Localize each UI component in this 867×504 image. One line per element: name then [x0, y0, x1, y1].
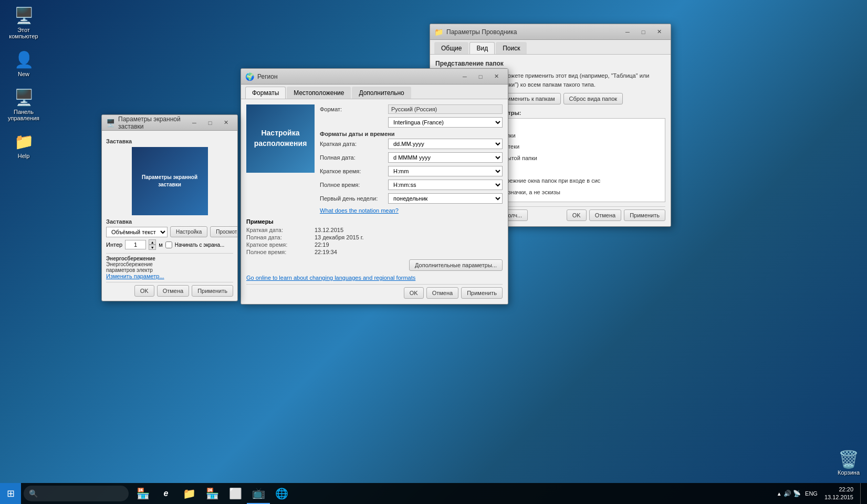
- taskbar-clock[interactable]: 22:20 13.12.2015: [820, 486, 858, 502]
- taskbar-edge-app[interactable]: e: [154, 483, 177, 504]
- reset-folders-button[interactable]: Сброс вида папок: [563, 93, 623, 104]
- ss-apply-button[interactable]: Применить: [192, 285, 233, 297]
- taskbar-taskview-app[interactable]: ⬜: [224, 483, 247, 504]
- new-icon: 👤: [13, 49, 34, 70]
- ss-spinner-down[interactable]: ▼: [149, 245, 156, 250]
- minimize-button[interactable]: ─: [620, 27, 635, 37]
- lang-indicator[interactable]: ENG: [805, 490, 818, 497]
- show-desktop-button[interactable]: [860, 483, 864, 504]
- additional-params-button[interactable]: Дополнительные параметры...: [409, 259, 503, 271]
- region-format-section: Формат: Русский (Россия) Interlingua (Fr…: [320, 104, 503, 214]
- region-maximize[interactable]: □: [473, 71, 488, 82]
- desktop-icon-new[interactable]: 👤 New: [3, 47, 45, 79]
- region-titlebar[interactable]: 🌍 Регион ─ □ ✕: [241, 69, 508, 85]
- close-button[interactable]: ✕: [652, 27, 666, 37]
- taskbar-store-app[interactable]: 🏪: [131, 483, 154, 504]
- start-button[interactable]: ⊞: [0, 483, 21, 504]
- format-select[interactable]: Interlingua (France): [388, 117, 503, 128]
- taskbar-active-app[interactable]: 📺: [247, 483, 270, 504]
- ss-interval-input[interactable]: [125, 240, 146, 249]
- online-link[interactable]: Go online to learn about changing langua…: [246, 275, 415, 281]
- format-row: Формат: Русский (Россия): [320, 104, 503, 114]
- region-dialog-window: 🌍 Регион ─ □ ✕ Форматы Местоположение До…: [241, 68, 508, 304]
- recycle-bin-label: Корзина: [838, 469, 860, 476]
- clock-date: 13.12.2015: [824, 494, 853, 501]
- region-window-controls: ─ □ ✕: [457, 71, 504, 82]
- region-minimize[interactable]: ─: [457, 71, 472, 82]
- screensaver-title: Параметры экранной заставки: [118, 116, 187, 130]
- ss-energy-link[interactable]: Изменить параметр...: [106, 273, 164, 279]
- help-icon: 📁: [13, 131, 34, 152]
- explorer-ok-button[interactable]: OK: [567, 209, 587, 221]
- desktop-icon-computer[interactable]: 🖥️ Этот компьютер: [3, 3, 45, 41]
- ss-settings-btn[interactable]: Настройка: [170, 226, 207, 237]
- tab-view[interactable]: Вид: [469, 42, 495, 54]
- screensaver-titlebar[interactable]: 🖥️ Параметры экранной заставки ─ □ ✕: [102, 115, 237, 131]
- region-additional-btn-row: Дополнительные параметры...: [246, 259, 503, 271]
- control-panel-label: Панельуправления: [8, 109, 39, 121]
- ss-spinner-up[interactable]: ▲: [149, 239, 156, 245]
- taskbar-store2-app[interactable]: 🏪: [201, 483, 224, 504]
- maximize-button[interactable]: □: [636, 27, 651, 37]
- ss-on-resume-checkbox[interactable]: [165, 242, 172, 248]
- recycle-bin[interactable]: 🗑️ Корзина: [835, 447, 862, 478]
- ss-energy-text1: Энергосбережение: [106, 261, 233, 267]
- format-dropdown-row: Interlingua (France): [320, 117, 503, 128]
- ss-preview-btn[interactable]: Просмотр: [210, 226, 238, 237]
- ss-ok-button[interactable]: OK: [134, 285, 154, 297]
- ss-cancel-button[interactable]: Отмена: [157, 285, 189, 297]
- region-tab-formats[interactable]: Форматы: [245, 87, 286, 99]
- region-title: Регион: [257, 73, 457, 80]
- explorer-apply-button[interactable]: Применить: [624, 209, 665, 221]
- tab-general[interactable]: Общие: [434, 42, 468, 54]
- tray-up-arrow[interactable]: ▲: [777, 491, 782, 497]
- notation-link[interactable]: What does the notation mean?: [320, 207, 399, 214]
- short-time-select[interactable]: H:mm: [388, 166, 503, 176]
- desktop-icon-control-panel[interactable]: 🖥️ Панельуправления: [3, 85, 45, 123]
- ss-energy-section: Энергосбережение Энергосбережение параме…: [106, 253, 233, 279]
- ss-section-label: Заставка: [106, 138, 233, 144]
- explorer-cancel-button[interactable]: Отмена: [589, 209, 621, 221]
- long-date-row: Полная дата: d MMMM yyyy: [320, 152, 503, 163]
- screensaver-body: Заставка Параметры экранной заставки Зас…: [102, 131, 237, 301]
- ss-maximize[interactable]: □: [203, 118, 217, 128]
- taskbar: ⊞ 🔍 🏪 e 📁 🏪 ⬜ 📺 🌐 ▲ 🔊 📡 ENG 22:20 13.12.…: [0, 483, 867, 504]
- examples-section: Примеры Краткая дата: 13.12.2015 Полная …: [246, 218, 503, 255]
- ss-interval-row: Интер ▲ ▼ м Начинать с экрана...: [106, 239, 233, 250]
- region-title-icon: 🌍: [245, 72, 254, 81]
- ss-spinner[interactable]: ▲ ▼: [149, 239, 156, 250]
- first-day-select[interactable]: понедельник: [388, 193, 503, 204]
- ex-short-time: Краткое время: 22:19: [246, 242, 503, 248]
- region-tab-additional[interactable]: Дополнительно: [352, 87, 411, 99]
- ss-bottom-bar: OK Отмена Применить: [106, 282, 233, 297]
- taskbar-search[interactable]: 🔍: [24, 486, 129, 501]
- region-ok-button[interactable]: OK: [404, 287, 424, 299]
- short-date-row: Краткая дата: dd.MM.yyyy: [320, 139, 503, 149]
- screensaver-title-icon: 🖥️: [106, 119, 115, 127]
- taskbar-network-app[interactable]: 🌐: [270, 483, 293, 504]
- region-tab-location[interactable]: Местоположение: [287, 87, 351, 99]
- ss-minimize[interactable]: ─: [187, 118, 202, 128]
- explorer-params-title-icon: 📁: [434, 28, 443, 36]
- ss-type-select[interactable]: Объёмный текст: [106, 227, 168, 237]
- taskbar-explorer-app[interactable]: 📁: [177, 483, 201, 504]
- desktop-icon-help[interactable]: 📁 Help: [3, 129, 45, 161]
- date-time-title: Форматы даты и времени: [320, 131, 503, 137]
- region-body: Настройка расположения Формат: Русский (…: [241, 99, 508, 304]
- region-bottom-bar: OK Отмена Применить: [246, 284, 503, 299]
- region-apply-button[interactable]: Применить: [461, 287, 503, 299]
- online-link-container: Go online to learn about changing langua…: [246, 274, 503, 281]
- explorer-params-titlebar[interactable]: 📁 Параметры Проводника ─ □ ✕: [430, 24, 671, 40]
- short-date-select[interactable]: dd.MM.yyyy: [388, 139, 503, 149]
- window-controls: ─ □ ✕: [620, 27, 666, 37]
- region-close[interactable]: ✕: [489, 71, 504, 82]
- ss-close[interactable]: ✕: [218, 118, 233, 128]
- screensaver-dialog-window: 🖥️ Параметры экранной заставки ─ □ ✕ Зас…: [101, 114, 238, 301]
- long-date-select[interactable]: d MMMM yyyy: [388, 152, 503, 163]
- control-panel-icon: 🖥️: [13, 87, 34, 108]
- ss-energy-text2: параметров электр: [106, 267, 233, 273]
- long-time-select[interactable]: H:mm:ss: [388, 180, 503, 190]
- short-time-row: Краткое время: H:mm: [320, 166, 503, 176]
- tab-search[interactable]: Поиск: [496, 42, 527, 54]
- region-cancel-button[interactable]: Отмена: [426, 287, 458, 299]
